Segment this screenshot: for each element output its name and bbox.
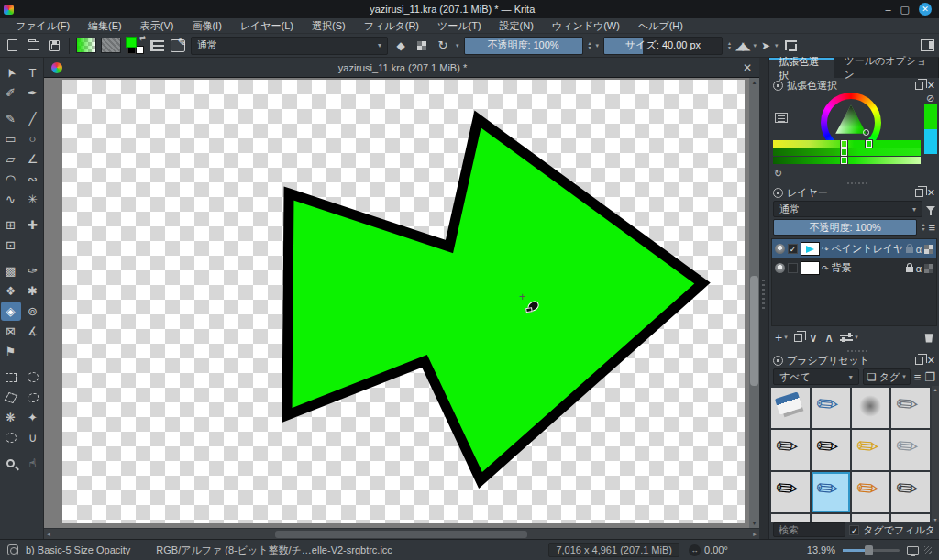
brush-preset-felt-tip-pen[interactable]: ✎ — [812, 430, 850, 470]
vscroll-thumb[interactable] — [750, 276, 758, 386]
choose-brush-preset-button[interactable] — [149, 38, 165, 54]
unlocked-icon[interactable] — [906, 247, 913, 253]
float-docker-icon[interactable] — [915, 357, 923, 365]
inherit-alpha-icon[interactable] — [924, 264, 933, 273]
brush-preset-red-marker[interactable]: ✎ — [852, 514, 890, 522]
tab-tool-options[interactable]: ツールのオプション — [834, 58, 939, 78]
ellipse-select-tool[interactable] — [23, 368, 43, 387]
menu-item-8[interactable]: ツール(T) — [429, 18, 490, 34]
delete-layer-button[interactable] — [924, 333, 933, 343]
text-tool[interactable]: T — [23, 63, 43, 82]
new-document-button[interactable] — [4, 38, 20, 54]
add-layer-button[interactable]: +▾ — [775, 330, 788, 345]
preserve-alpha-button[interactable] — [414, 38, 430, 54]
close-icon[interactable]: ✕ — [743, 61, 752, 74]
lock-docker-icon[interactable] — [773, 356, 783, 366]
rect-select-tool[interactable] — [1, 368, 21, 387]
chevron-down-icon[interactable]: ▾ — [754, 42, 757, 49]
fit-to-screen-icon[interactable] — [907, 546, 919, 555]
mirror-horizontal-button[interactable]: ◢◣ — [735, 39, 748, 52]
similar-color-select-tool[interactable]: ❋ — [1, 408, 21, 427]
layer-checkbox[interactable] — [788, 263, 798, 273]
measure-tool[interactable]: ∡ — [23, 322, 43, 341]
scroll-left-icon[interactable]: ◂ — [44, 529, 53, 539]
brush-preset-yellow-pencil[interactable]: ✎ — [852, 430, 890, 470]
ellipse-tool[interactable]: ○ — [23, 129, 43, 148]
transparent-color-icon[interactable]: ⊘ — [926, 93, 934, 104]
close-icon[interactable]: ✕ — [927, 187, 935, 199]
brush-preset-blue-marker[interactable]: ✎ — [812, 514, 850, 522]
search-input[interactable]: 検索 — [773, 522, 845, 537]
lock-docker-icon[interactable] — [773, 188, 783, 198]
pattern-chooser[interactable] — [101, 38, 121, 53]
layer-row-background[interactable]: ↷ 背景 α — [772, 258, 936, 278]
storage-icon[interactable]: ❐ — [924, 370, 935, 384]
dynamic-brush-tool[interactable]: ∿ — [1, 190, 21, 209]
layer-row-paint-layer[interactable]: ✓ ↷ ペイントレイヤ… α — [772, 239, 936, 258]
blend-mode-dropdown[interactable]: 通常 ▾ — [191, 37, 388, 55]
menu-item-9[interactable]: 設定(N) — [492, 18, 542, 34]
menu-item-1[interactable]: ファイル(F) — [7, 18, 78, 34]
brush-preset-ink-pen[interactable]: ✎ — [771, 430, 810, 470]
current-color-swatch[interactable] — [924, 104, 937, 129]
line-tool[interactable]: ╱ — [23, 109, 43, 128]
color-selector-handle[interactable] — [863, 129, 869, 136]
layer-name[interactable]: ペイントレイヤ… — [832, 242, 903, 256]
float-docker-icon[interactable] — [915, 82, 923, 90]
brush-preset-soft-round[interactable] — [852, 388, 890, 428]
brush-preset-tan-pencil[interactable]: ✎ — [891, 514, 930, 522]
scroll-right-icon[interactable]: ▸ — [750, 529, 759, 539]
color-sampler-tool[interactable]: ✑ — [23, 261, 43, 280]
fill-tool[interactable]: ◈ — [1, 302, 21, 321]
freehand-select-tool[interactable] — [23, 388, 43, 407]
zoom-slider[interactable] — [843, 549, 900, 552]
workspace-chooser-button[interactable] — [919, 38, 935, 54]
brush-preset-fountain-pen[interactable]: ✎ — [891, 388, 930, 428]
move-layer-up-button[interactable]: ∧ — [824, 330, 834, 345]
canvas-horizontal-scrollbar[interactable]: ◂ ▸ — [44, 528, 759, 539]
menu-item-7[interactable]: フィルタ(R) — [356, 18, 427, 34]
document-tab[interactable]: yazirusi_11.kra (207.1 MiB) * ✕ — [44, 58, 759, 78]
reload-preset-button[interactable]: ↻ — [435, 38, 451, 54]
locked-icon[interactable] — [906, 267, 913, 272]
save-button[interactable] — [46, 38, 62, 54]
panel-splitter[interactable] — [769, 348, 939, 353]
docker-splitter[interactable] — [759, 58, 768, 539]
opacity-spinner[interactable]: ▴▾ — [589, 41, 591, 50]
contiguous-select-tool[interactable]: ✦ — [23, 408, 43, 427]
size-slider[interactable]: サイズ: 40.00 px — [603, 37, 723, 55]
minimize-button[interactable]: – — [885, 5, 890, 15]
eraser-mode-button[interactable]: ◆ — [392, 38, 409, 54]
menu-item-11[interactable]: ヘルプ(H) — [630, 18, 691, 34]
select-shapes-tool[interactable]: ➤ — [1, 63, 21, 82]
bezier-curve-tool[interactable]: ◠ — [1, 170, 21, 189]
move-layer-down-button[interactable]: ∨ — [809, 330, 818, 345]
close-icon[interactable]: ✕ — [927, 355, 935, 367]
resize-grip[interactable] — [924, 546, 932, 554]
freehand-brush-tool[interactable]: ✎ — [1, 109, 21, 128]
layer-blend-mode-dropdown[interactable]: 通常 ▾ — [773, 201, 922, 217]
visibility-eye-icon[interactable] — [775, 263, 785, 273]
shade-strip-2[interactable] — [773, 148, 921, 156]
menu-item-5[interactable]: レイヤー(L) — [232, 18, 302, 34]
refresh-icon[interactable]: ↻ — [774, 168, 782, 180]
pan-tool[interactable]: ☝ — [23, 454, 43, 473]
brush-preset-blue-pen[interactable]: ✎ — [812, 388, 850, 428]
layer-opacity-slider[interactable]: 不透明度: 100% — [773, 219, 917, 236]
tab-advanced-color-selector[interactable]: 拡張色選択 — [769, 58, 834, 78]
zoom-slider-handle[interactable] — [865, 545, 873, 555]
shade-strip-1[interactable] — [773, 140, 921, 148]
opacity-slider[interactable]: 不透明度: 100% — [464, 37, 583, 55]
freehand-path-tool[interactable]: ∾ — [23, 170, 43, 189]
open-document-button[interactable] — [25, 38, 41, 54]
brush-preset-charcoal-pencil[interactable]: ✎ — [891, 472, 930, 512]
foreground-background-colors[interactable]: ⇄ — [126, 37, 144, 54]
maximize-button[interactable]: ▢ — [900, 5, 910, 15]
layer-name[interactable]: 背景 — [832, 261, 903, 275]
scroll-up-icon[interactable]: ▴ — [749, 78, 759, 87]
layer-checkbox[interactable]: ✓ — [788, 244, 798, 254]
filter-by-tag-checkbox[interactable]: ✓ — [849, 525, 859, 535]
menu-item-6[interactable]: 選択(S) — [304, 18, 354, 34]
alpha-lock-icon[interactable]: α — [916, 244, 922, 255]
rectangle-tool[interactable]: ▭ — [1, 129, 21, 148]
